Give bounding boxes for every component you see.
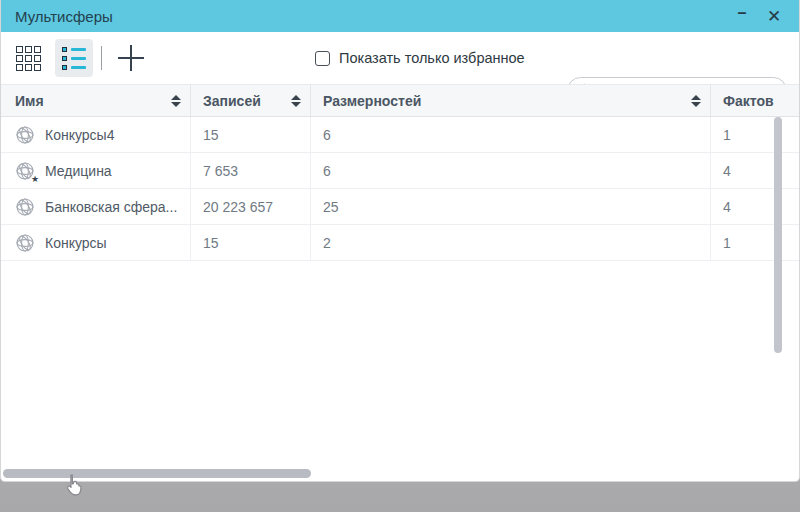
toolbar-divider xyxy=(101,46,102,70)
multisphere-table: Имя Записей Размерностей Фактов xyxy=(1,84,799,261)
grid-view-icon xyxy=(16,46,41,71)
sort-icon xyxy=(291,95,301,107)
table-row[interactable]: ★ Конкурсы4 15 6 1 xyxy=(1,117,799,153)
minimize-button[interactable]: – xyxy=(725,0,759,32)
vertical-scrollbar[interactable] xyxy=(774,117,782,353)
table-header: Имя Записей Размерностей Фактов xyxy=(1,84,799,117)
app-window: Мультисферы – ✕ Показать только избранн xyxy=(0,0,800,482)
sort-icon xyxy=(691,95,701,107)
favorites-checkbox[interactable] xyxy=(315,51,330,66)
sort-icon xyxy=(171,95,181,107)
favorites-checkbox-label: Показать только избранное xyxy=(339,50,525,66)
table-row[interactable]: ★ Медицина 7 653 6 4 xyxy=(1,153,799,189)
toolbar: Показать только избранное Поиск xyxy=(1,32,799,84)
plus-icon xyxy=(118,45,144,71)
favorites-filter: Показать только избранное xyxy=(315,50,525,66)
table-row[interactable]: ★ Банковская сфера... 20 223 657 25 4 xyxy=(1,189,799,225)
list-view-button[interactable] xyxy=(55,39,93,77)
sphere-icon: ★ xyxy=(15,197,35,217)
sphere-icon: ★ xyxy=(15,161,35,181)
add-button[interactable] xyxy=(112,39,150,77)
window-title: Мультисферы xyxy=(15,8,113,25)
horizontal-scrollbar[interactable] xyxy=(3,469,311,478)
sphere-icon: ★ xyxy=(15,125,35,145)
title-bar: Мультисферы – ✕ xyxy=(1,0,799,32)
column-header-name[interactable]: Имя xyxy=(1,85,191,116)
close-button[interactable]: ✕ xyxy=(757,0,791,32)
column-header-facts[interactable]: Фактов xyxy=(711,85,799,116)
table-row[interactable]: ★ Конкурсы 15 2 1 xyxy=(1,225,799,261)
favorite-star-icon: ★ xyxy=(31,174,39,184)
mouse-cursor-icon xyxy=(60,472,88,500)
grid-view-button[interactable] xyxy=(9,39,47,77)
column-header-records[interactable]: Записей xyxy=(191,85,311,116)
list-view-icon xyxy=(62,47,86,70)
column-header-dimensions[interactable]: Размерностей xyxy=(311,85,711,116)
sphere-icon: ★ xyxy=(15,233,35,253)
